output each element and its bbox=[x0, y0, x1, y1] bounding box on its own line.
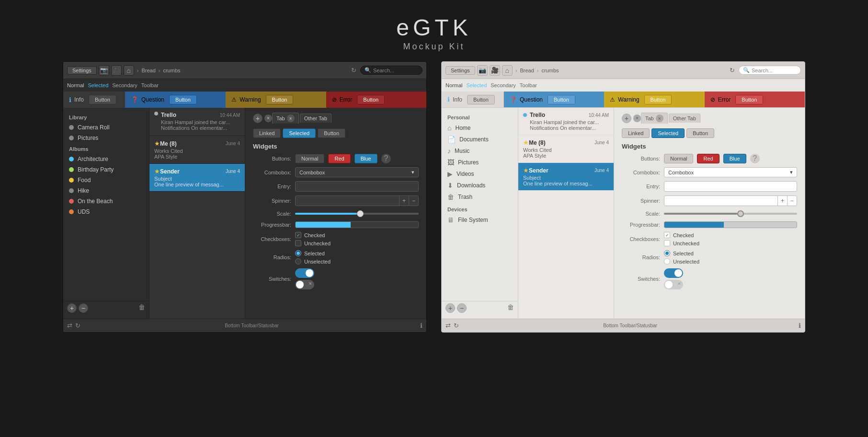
refresh-icon[interactable]: ↻ bbox=[349, 66, 358, 75]
warning-button-light[interactable]: Button bbox=[644, 95, 672, 104]
search-box[interactable]: 🔍 Search... bbox=[360, 66, 423, 75]
nav-documents[interactable]: 📄 Documents bbox=[442, 134, 518, 145]
normal-button-light[interactable]: Normal bbox=[664, 154, 693, 163]
tab-item-other-light[interactable]: Other Tab bbox=[669, 114, 700, 123]
combobox-dark[interactable]: Combobox ▾ bbox=[295, 167, 419, 177]
video-icon-light[interactable]: 🎥 bbox=[490, 65, 500, 76]
question-button-light-w[interactable]: ? bbox=[750, 154, 760, 163]
email-item-me-light[interactable]: ★ Me (8) June 4 Works Cited APA Style bbox=[518, 135, 614, 163]
question-button-light[interactable]: Button bbox=[548, 95, 575, 104]
trash-button-light[interactable]: 🗑 bbox=[507, 303, 514, 313]
sidebar-item-food[interactable]: Food bbox=[63, 175, 149, 185]
tab-toolbar-light[interactable]: Toolbar bbox=[520, 82, 537, 88]
spinner-dark[interactable]: + − bbox=[295, 196, 419, 206]
unchecked-checkbox-light[interactable] bbox=[664, 240, 670, 246]
video-icon[interactable]: 🎥 bbox=[111, 65, 122, 76]
sidebar-item-hike[interactable]: Hike bbox=[63, 185, 149, 196]
checked-checkbox-light[interactable]: ✓ bbox=[664, 232, 670, 238]
sync-icon-light[interactable]: ↻ bbox=[454, 322, 459, 329]
linked-button-light[interactable]: Linked bbox=[622, 128, 650, 138]
sidebar-item-pictures[interactable]: Pictures bbox=[63, 133, 149, 143]
switch-off-light[interactable]: ✕ bbox=[664, 280, 683, 289]
nav-trash[interactable]: 🗑 Trash bbox=[442, 191, 518, 203]
email-item-sender[interactable]: ★ Sender June 4 Subject One line preview… bbox=[149, 164, 245, 192]
linked-button[interactable]: Linked bbox=[253, 128, 281, 138]
tab-selected[interactable]: Selected bbox=[88, 82, 108, 88]
nav-videos[interactable]: ▶ Videos bbox=[442, 168, 518, 180]
settings-button[interactable]: Settings bbox=[67, 66, 97, 75]
radio-unselected-dark[interactable] bbox=[295, 258, 301, 264]
spinner-down-light[interactable]: − bbox=[787, 196, 797, 206]
bottom-info-icon-light[interactable]: ℹ bbox=[799, 322, 801, 329]
tab-normal-light[interactable]: Normal bbox=[445, 82, 462, 88]
remove-album-button[interactable]: − bbox=[79, 303, 88, 313]
info-button-light[interactable]: Button bbox=[467, 95, 495, 104]
spinner-light[interactable]: + − bbox=[664, 196, 797, 206]
nav-pictures[interactable]: 🖼 Pictures bbox=[442, 157, 518, 168]
scale-thumb-dark[interactable] bbox=[357, 210, 364, 217]
radio-selected-dark[interactable] bbox=[295, 250, 301, 256]
trash-button[interactable]: 🗑 bbox=[138, 303, 145, 313]
sync-icon[interactable]: ↻ bbox=[75, 322, 80, 329]
remove-item-button-light[interactable]: − bbox=[457, 303, 467, 313]
question-button-dark[interactable]: ? bbox=[381, 154, 391, 163]
scale-dark[interactable] bbox=[295, 213, 419, 215]
tab-secondary-light[interactable]: Secondary bbox=[491, 82, 516, 88]
question-button[interactable]: Button bbox=[169, 95, 197, 104]
nav-downloads[interactable]: ⬇ Downloads bbox=[442, 180, 518, 191]
nav-filesystem[interactable]: 🖥 File System bbox=[442, 214, 518, 226]
button-button[interactable]: Button bbox=[318, 128, 345, 138]
switch-on-light[interactable] bbox=[664, 268, 683, 278]
tab-toolbar[interactable]: Toolbar bbox=[141, 82, 159, 88]
email-item-sender-light[interactable]: ★ Sender June 4 Subject One line preview… bbox=[518, 163, 614, 191]
home-icon-light[interactable]: ⌂ bbox=[502, 65, 513, 76]
tab-item-tab-light[interactable]: Tab × bbox=[641, 113, 668, 124]
checked-checkbox-dark[interactable]: ✓ bbox=[295, 232, 301, 238]
selected-button[interactable]: Selected bbox=[283, 128, 316, 138]
blue-button-light[interactable]: Blue bbox=[723, 154, 746, 163]
blue-button-dark[interactable]: Blue bbox=[354, 154, 377, 163]
camera-icon-light[interactable]: 📷 bbox=[477, 65, 488, 76]
shuffle-icon[interactable]: ⇄ bbox=[67, 322, 72, 329]
spinner-up-dark[interactable]: + bbox=[399, 196, 409, 206]
sidebar-item-beach[interactable]: On the Beach bbox=[63, 196, 149, 207]
switch-on-dark[interactable] bbox=[295, 268, 314, 278]
sidebar-item-uds[interactable]: UDS bbox=[63, 207, 149, 217]
tab-close-button-light[interactable]: × bbox=[633, 115, 641, 122]
info-button[interactable]: Button bbox=[89, 95, 116, 104]
tab-selected-light[interactable]: Selected bbox=[466, 82, 487, 88]
camera-icon[interactable]: 📷 bbox=[99, 65, 109, 76]
search-box-light[interactable]: 🔍 Search... bbox=[739, 66, 801, 75]
scale-light[interactable] bbox=[664, 213, 797, 215]
red-button-light[interactable]: Red bbox=[697, 154, 719, 163]
email-item-trello-light[interactable]: Trello 10:44 AM Kiran Hampal joined the … bbox=[518, 108, 614, 135]
spinner-down-dark[interactable]: − bbox=[409, 196, 418, 206]
error-button[interactable]: Button bbox=[357, 95, 385, 104]
normal-button-dark[interactable]: Normal bbox=[295, 154, 324, 163]
tab-secondary[interactable]: Secondary bbox=[112, 82, 137, 88]
sidebar-item-architecture[interactable]: Architecture bbox=[63, 154, 149, 164]
tab-normal[interactable]: Normal bbox=[67, 82, 84, 88]
tab-inner-close-light[interactable]: × bbox=[656, 115, 663, 122]
tab-item-other[interactable]: Other Tab bbox=[300, 114, 331, 123]
red-button-dark[interactable]: Red bbox=[328, 154, 350, 163]
selected-button-light[interactable]: Selected bbox=[651, 128, 685, 138]
entry-input-dark[interactable] bbox=[295, 181, 419, 192]
refresh-icon-light[interactable]: ↻ bbox=[728, 66, 737, 75]
nav-music[interactable]: ♪ Music bbox=[442, 145, 518, 157]
tab-add-button[interactable]: + bbox=[253, 114, 263, 123]
scale-thumb-light[interactable] bbox=[737, 210, 744, 217]
entry-input-light[interactable] bbox=[664, 181, 797, 192]
tab-item-tab[interactable]: Tab × bbox=[272, 113, 299, 124]
home-icon[interactable]: ⌂ bbox=[124, 65, 134, 76]
sidebar-item-camera-roll[interactable]: Camera Roll bbox=[63, 122, 149, 133]
tab-inner-close[interactable]: × bbox=[287, 115, 295, 122]
radio-unselected-light[interactable] bbox=[664, 258, 670, 264]
sidebar-item-birthday[interactable]: Birthday Party bbox=[63, 164, 149, 175]
add-item-button-light[interactable]: + bbox=[445, 303, 455, 313]
nav-home[interactable]: ⌂ Home bbox=[442, 122, 518, 134]
combobox-light[interactable]: Combobox ▾ bbox=[664, 167, 797, 177]
email-item-trello[interactable]: Trello 10:44 AM Kiran Hampal joined the … bbox=[149, 108, 245, 136]
switch-off-dark[interactable]: ✕ bbox=[295, 280, 314, 289]
email-item-me[interactable]: ★ Me (8) June 4 Works Cited APA Style bbox=[149, 136, 245, 164]
